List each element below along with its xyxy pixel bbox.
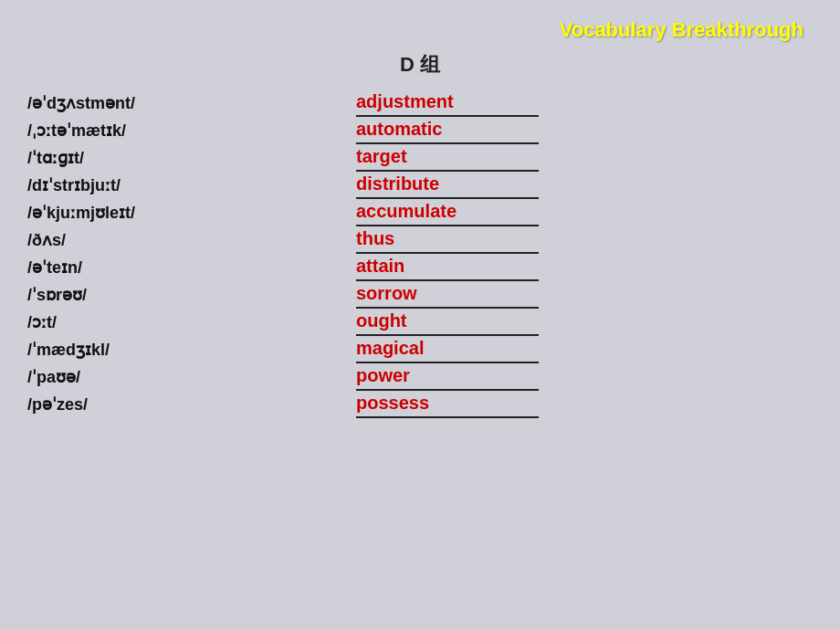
- word-cell: sorrow: [338, 283, 813, 309]
- vocabulary-word: power: [356, 365, 520, 388]
- vocabulary-word: target: [356, 146, 520, 169]
- phonetic-text: /ɔːt/: [27, 311, 338, 336]
- vocabulary-word: magical: [356, 338, 520, 361]
- phonetic-text: /ˈtɑːɡɪt/: [27, 147, 338, 172]
- vocab-list: /əˈdʒʌstmənt/adjustment/ˌɔːtəˈmætɪk/auto…: [27, 91, 813, 418]
- word-underline: [356, 115, 539, 117]
- vocabulary-word: distribute: [356, 173, 520, 196]
- vocabulary-word: accumulate: [356, 201, 520, 224]
- vocabulary-word: adjustment: [356, 91, 520, 114]
- phonetic-text: /ˈsɒrəʊ/: [27, 284, 338, 309]
- vocabulary-word: sorrow: [356, 283, 520, 306]
- word-underline: [356, 279, 539, 281]
- word-cell: distribute: [338, 173, 813, 199]
- word-cell: target: [338, 146, 813, 172]
- phonetic-text: /əˈkjuːmjʊleɪt/: [27, 202, 338, 226]
- word-cell: automatic: [338, 119, 813, 144]
- table-row: /əˈteɪn/attain: [27, 256, 813, 281]
- phonetic-text: /pəˈzes/: [27, 394, 338, 418]
- table-row: /əˈkjuːmjʊleɪt/accumulate: [27, 201, 813, 226]
- word-cell: power: [338, 365, 813, 391]
- word-underline: [356, 416, 539, 418]
- word-cell: accumulate: [338, 201, 813, 226]
- word-underline: [356, 252, 539, 254]
- word-underline: [356, 389, 539, 391]
- table-row: /dɪˈstrɪbjuːt/distribute: [27, 173, 813, 199]
- word-cell: attain: [338, 256, 813, 281]
- page-title: Vocabulary Breakthrough: [27, 18, 813, 42]
- vocabulary-word: automatic: [356, 119, 520, 142]
- word-underline: [356, 197, 539, 199]
- group-label: D 组: [27, 51, 813, 79]
- word-underline: [356, 142, 539, 144]
- table-row: /pəˈzes/possess: [27, 393, 813, 418]
- phonetic-text: /dɪˈstrɪbjuːt/: [27, 174, 338, 199]
- word-underline: [356, 362, 539, 363]
- phonetic-text: /ˈpaʊə/: [27, 366, 338, 391]
- word-underline: [356, 307, 539, 309]
- phonetic-text: /ðʌs/: [27, 229, 338, 254]
- table-row: /ˈpaʊə/power: [27, 365, 813, 391]
- vocabulary-word: possess: [356, 393, 520, 415]
- table-row: /əˈdʒʌstmənt/adjustment: [27, 91, 813, 117]
- word-cell: thus: [338, 228, 813, 254]
- vocabulary-word: attain: [356, 256, 520, 278]
- word-cell: possess: [338, 393, 813, 418]
- table-row: /ˈmædʒɪkl/magical: [27, 338, 813, 363]
- vocabulary-word: ought: [356, 310, 520, 333]
- table-row: /ðʌs/thus: [27, 228, 813, 254]
- phonetic-text: /ˌɔːtəˈmætɪk/: [27, 120, 338, 144]
- table-row: /ɔːt/ought: [27, 310, 813, 336]
- phonetic-text: /əˈteɪn/: [27, 257, 338, 281]
- table-row: /ˈsɒrəʊ/sorrow: [27, 283, 813, 309]
- word-underline: [356, 334, 539, 336]
- word-underline: [356, 170, 539, 172]
- page: Vocabulary Breakthrough D 组 /əˈdʒʌstmənt…: [0, 0, 840, 630]
- word-cell: magical: [338, 338, 813, 363]
- phonetic-text: /əˈdʒʌstmənt/: [27, 92, 338, 117]
- phonetic-text: /ˈmædʒɪkl/: [27, 339, 338, 363]
- vocabulary-word: thus: [356, 228, 520, 251]
- word-cell: adjustment: [338, 91, 813, 117]
- table-row: /ˈtɑːɡɪt/target: [27, 146, 813, 172]
- word-cell: ought: [338, 310, 813, 336]
- table-row: /ˌɔːtəˈmætɪk/automatic: [27, 119, 813, 144]
- word-underline: [356, 225, 539, 226]
